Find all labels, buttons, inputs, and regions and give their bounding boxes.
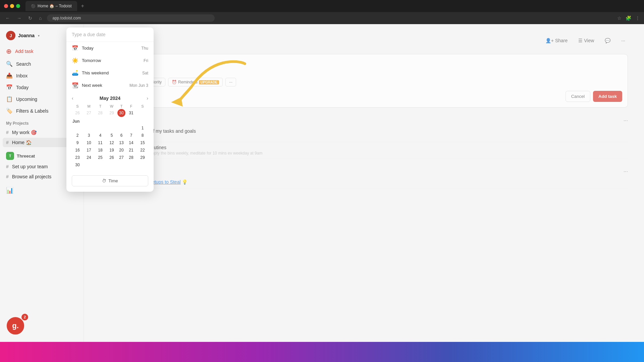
filters-icon: 🏷️ xyxy=(6,108,13,114)
comments-button[interactable]: 💬 xyxy=(602,37,613,45)
cal-day[interactable]: 29 xyxy=(106,109,117,117)
threecat-avatar: T xyxy=(6,152,14,160)
cal-day[interactable]: 14 xyxy=(125,139,137,146)
table-row: Do a weekly review of my tasks and goals… xyxy=(100,126,628,142)
cal-day[interactable]: 9 xyxy=(72,139,83,146)
cal-day[interactable]: 11 xyxy=(95,139,106,146)
cal-day[interactable]: 22 xyxy=(137,146,148,154)
cal-day[interactable]: 1 xyxy=(137,124,148,132)
cal-day[interactable]: 30 xyxy=(72,161,83,169)
cal-day[interactable] xyxy=(125,124,137,132)
back-button[interactable]: ← xyxy=(4,14,11,22)
quick-date-weekend[interactable]: 🛋️ This weekend Sat xyxy=(66,67,154,79)
view-button[interactable]: ☰ View xyxy=(576,37,597,45)
browser-actions: ☆ 🧩 ⋮ xyxy=(617,15,640,21)
cal-day[interactable]: 27 xyxy=(117,154,125,161)
cal-day[interactable]: 15 xyxy=(137,139,148,146)
quick-date-today[interactable]: 📅 Today Thu xyxy=(66,42,154,54)
cal-day-today[interactable]: 30 xyxy=(117,109,125,117)
task-description-field[interactable]: Description xyxy=(106,68,622,73)
table-row: Add more personal routines e.g.: pay tax… xyxy=(100,142,628,159)
cal-day[interactable]: 23 xyxy=(72,154,83,161)
cal-day[interactable]: 2 xyxy=(72,132,83,139)
cal-day xyxy=(83,161,95,169)
cal-day[interactable]: 25 xyxy=(95,154,106,161)
cal-day[interactable]: 26 xyxy=(106,154,117,161)
cal-day[interactable]: 29 xyxy=(137,154,148,161)
cal-day[interactable]: 27 xyxy=(83,109,95,117)
cal-day[interactable]: 13 xyxy=(117,139,125,146)
view-label: View xyxy=(584,38,594,43)
cancel-button[interactable]: Cancel xyxy=(566,91,590,102)
address-bar[interactable]: app.todoist.com xyxy=(47,14,215,22)
quick-date-tomorrow[interactable]: ☀️ Tomorrow Fri xyxy=(66,54,154,67)
fullscreen-button[interactable] xyxy=(16,4,20,8)
cal-day[interactable] xyxy=(72,124,83,132)
more-options-button[interactable]: ··· xyxy=(619,37,628,45)
hashtag-icon: # xyxy=(6,140,9,145)
routines-more-button[interactable]: ··· xyxy=(624,118,628,124)
cal-day[interactable] xyxy=(137,109,148,117)
minimize-button[interactable] xyxy=(10,4,14,8)
prev-month-button[interactable]: ‹ xyxy=(72,96,73,101)
hashtag-icon: # xyxy=(6,164,9,169)
quick-date-nextweek[interactable]: 📆 Next week Mon Jun 3 xyxy=(66,79,154,92)
cal-day[interactable] xyxy=(95,124,106,132)
sidebar-label-today: Today xyxy=(16,85,29,90)
cal-day[interactable]: 10 xyxy=(83,139,95,146)
forward-button[interactable]: → xyxy=(15,14,23,22)
cal-day[interactable] xyxy=(106,124,117,132)
task-meta-1: 📅 Sunday 🔁 xyxy=(109,134,628,139)
cal-day[interactable]: 8 xyxy=(137,132,148,139)
add-task-submit-button[interactable]: Add task xyxy=(593,91,622,102)
comments-icon: 💬 xyxy=(605,38,610,43)
next-month-button[interactable]: › xyxy=(147,96,148,101)
task-submit-row: # Home 🏠 ▾ Cancel Add task xyxy=(106,91,622,102)
active-tab[interactable]: ⚫ Home 🏠 – Todoist xyxy=(25,1,77,11)
cal-day[interactable]: 18 xyxy=(95,146,106,154)
bookmark-icon[interactable]: ☆ xyxy=(617,15,622,21)
extensions-icon[interactable]: 🧩 xyxy=(626,15,631,21)
cal-day[interactable]: 19 xyxy=(106,146,117,154)
cal-day[interactable]: 28 xyxy=(125,154,137,161)
cal-day[interactable]: 4 xyxy=(95,132,106,139)
time-button[interactable]: ⏱ Time xyxy=(72,175,148,186)
task-content-1: Do a weekly review of my tasks and goals… xyxy=(109,128,628,139)
cal-day[interactable]: 20 xyxy=(117,146,125,154)
notification-area[interactable]: g. 2 xyxy=(3,314,28,338)
next-week-cal-icon: 📆 xyxy=(72,82,78,88)
sidebar-label-search: Search xyxy=(16,61,31,67)
cal-day[interactable]: 5 xyxy=(106,132,117,139)
cal-day[interactable]: 31 xyxy=(125,109,137,117)
cal-day[interactable]: 16 xyxy=(72,146,83,154)
cal-day[interactable]: 21 xyxy=(125,146,137,154)
reload-button[interactable]: ↻ xyxy=(27,14,34,22)
new-tab-button[interactable]: + xyxy=(78,2,87,10)
cal-day[interactable]: 17 xyxy=(83,146,95,154)
date-text-input[interactable] xyxy=(72,32,148,37)
task-creation-area: Buy groceries Description 📅 Due date 🏳️ … xyxy=(100,54,628,108)
more-task-options-button[interactable]: ··· xyxy=(225,78,236,86)
cal-day[interactable]: 7 xyxy=(125,132,137,139)
cal-day[interactable]: 12 xyxy=(106,139,117,146)
add-task-label: Add task xyxy=(15,49,33,54)
cal-day[interactable]: 3 xyxy=(83,132,95,139)
cal-day[interactable]: 24 xyxy=(83,154,95,161)
reminders-button[interactable]: ⏰ Reminders UPGRADE xyxy=(168,78,223,86)
date-input-area[interactable] xyxy=(66,27,154,42)
task-text-3: 7 Real-Life Todoist Setups to Steal 💡 xyxy=(109,179,628,185)
menu-icon[interactable]: ⋮ xyxy=(635,15,640,21)
quick-tomorrow-label: Tomorrow xyxy=(82,58,101,63)
home-button[interactable]: ⌂ xyxy=(38,14,43,22)
cal-day[interactable]: 26 xyxy=(72,109,83,117)
cal-day[interactable]: 28 xyxy=(95,109,106,117)
share-button[interactable]: 👤+ Share xyxy=(543,37,571,45)
task-title-input[interactable]: Buy groceries xyxy=(106,60,622,66)
table-row: 7 Real-Life Todoist Setups to Steal 💡 xyxy=(100,177,628,188)
cal-day[interactable] xyxy=(117,124,125,132)
cal-day[interactable]: 6 xyxy=(117,132,125,139)
quick-today-label: Today xyxy=(82,46,94,51)
inspiration-more-button[interactable]: ··· xyxy=(624,169,628,175)
close-button[interactable] xyxy=(4,4,8,8)
cal-day[interactable] xyxy=(83,124,95,132)
